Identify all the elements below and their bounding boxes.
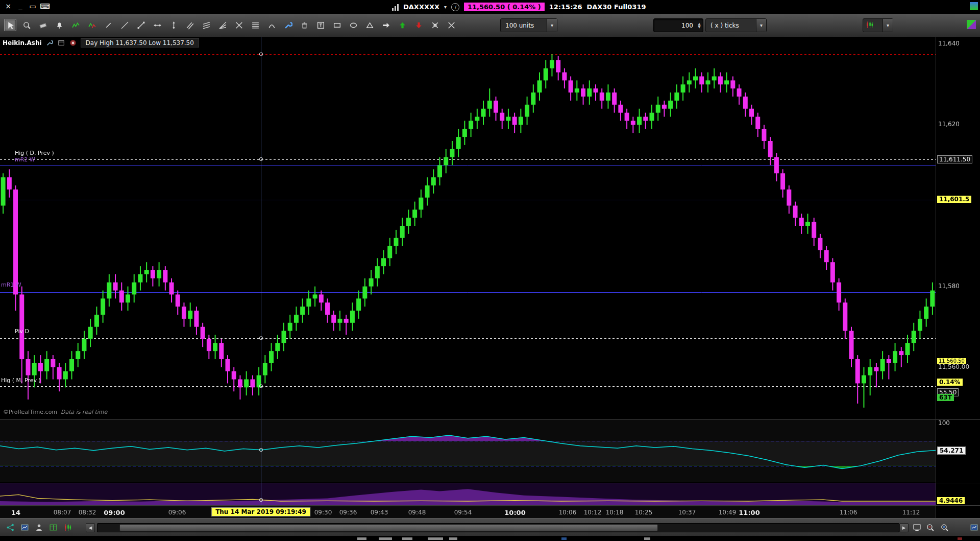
zoom-out-icon[interactable] <box>925 522 935 532</box>
time-label: 11:06 <box>840 509 857 516</box>
pane-separator[interactable] <box>0 419 980 420</box>
maximize-button[interactable]: ▭ <box>28 2 38 10</box>
axis-label: 11,560.00 <box>938 363 969 370</box>
axis-label: 11,620 <box>938 121 960 128</box>
time-label: 10:00 <box>504 509 525 516</box>
candlestick-type-icon <box>863 20 883 31</box>
drawing-toolbar: 100 units ▾ 100 ▲ ▼ ( x ) ticks ▾ ▾ <box>0 14 980 37</box>
ellipse-tool[interactable] <box>347 19 359 31</box>
taskbar-fragment <box>561 537 567 540</box>
triangle-tool[interactable] <box>363 19 376 31</box>
time-label: 09:48 <box>408 509 426 516</box>
units-dropdown[interactable]: 100 units ▾ <box>500 18 557 32</box>
sell-arrow-tool[interactable] <box>412 19 425 31</box>
chart-window-icon[interactable] <box>19 522 30 532</box>
scroll-left-arrow[interactable]: ◀ <box>86 523 95 532</box>
axis-label: 11,640 <box>938 40 960 47</box>
tick-count-value[interactable]: 100 <box>654 22 696 29</box>
pointer-sync-tool[interactable] <box>445 19 457 31</box>
taskbar-fragment <box>402 537 412 540</box>
chart-scrollbar[interactable] <box>97 523 899 532</box>
time-label: 10:12 <box>584 509 602 516</box>
keyboard-button[interactable]: ⌨ <box>40 2 50 10</box>
taskbar-fragment <box>644 537 650 540</box>
minimize-button[interactable]: _ <box>15 2 26 10</box>
tick-unit-label: ( x ) ticks <box>706 22 756 29</box>
zoom-in-icon[interactable] <box>939 522 949 532</box>
fan-lines-tool[interactable] <box>216 19 229 31</box>
instrument-name[interactable]: DAXXXXX <box>403 3 439 11</box>
axis-label: 11,601.5 <box>937 196 971 203</box>
trendline-tool[interactable] <box>118 19 131 31</box>
panel-icon[interactable] <box>969 522 979 532</box>
tick-count-input[interactable]: 100 ▲ ▼ <box>653 18 703 32</box>
rectangle-tool[interactable] <box>331 19 343 31</box>
units-dropdown-caret[interactable]: ▾ <box>547 19 557 32</box>
pane-separator[interactable] <box>0 483 980 483</box>
short-line-tool[interactable] <box>102 19 114 31</box>
scroll-right-arrow[interactable]: ▶ <box>899 523 909 532</box>
contacts-icon[interactable] <box>34 522 44 532</box>
scrollbar-thumb[interactable] <box>119 524 658 531</box>
crosshair-date-label: Thu 14 Mar 2019 09:19:49 <box>211 507 310 516</box>
arc-tool[interactable] <box>265 19 278 31</box>
stepper-down-icon[interactable]: ▼ <box>698 26 700 29</box>
time-label: 11:12 <box>902 509 920 516</box>
mini-candles-icon[interactable] <box>62 522 72 532</box>
parallel-lines-tool[interactable] <box>200 19 212 31</box>
time-label: 09:00 <box>104 509 125 516</box>
zoom-tool[interactable] <box>20 19 33 31</box>
chart-type-caret[interactable]: ▾ <box>883 19 893 32</box>
chart-type-dropdown[interactable]: ▾ <box>863 18 893 32</box>
share-icon[interactable] <box>5 522 15 532</box>
arrow-tool[interactable] <box>380 19 392 31</box>
buy-arrow-tool[interactable] <box>396 19 408 31</box>
screen-icon[interactable] <box>912 522 922 532</box>
bottom-toolbar: ◀ ▶ <box>0 518 980 541</box>
axis-label: 11,580 <box>938 283 960 290</box>
taskbar-fragment <box>379 537 392 540</box>
taskbar-fragment <box>958 537 962 540</box>
zigzag-indicator-tool[interactable] <box>69 19 82 31</box>
fibonacci-tool[interactable] <box>249 19 261 31</box>
zigzag2-indicator-tool[interactable] <box>86 19 98 31</box>
time-label: 10:18 <box>606 509 624 516</box>
time-axis[interactable]: Thu 14 Mar 2019 09:19:49 1408:0708:3209:… <box>0 506 936 519</box>
channel-tool[interactable] <box>184 19 196 31</box>
cursor-tool[interactable] <box>4 19 16 31</box>
info-icon[interactable]: i <box>451 3 459 11</box>
time-label: 09:30 <box>314 509 332 516</box>
segment-tool[interactable] <box>135 19 147 31</box>
axis-label: 63T <box>937 394 954 401</box>
measure-tool[interactable] <box>429 19 441 31</box>
titlebar-right-icon[interactable] <box>970 2 978 10</box>
time-label: 09:06 <box>168 509 186 516</box>
time-label: 11:00 <box>739 509 760 516</box>
crossed-lines-tool[interactable] <box>233 19 245 31</box>
tick-unit-caret[interactable]: ▾ <box>756 19 766 32</box>
close-button[interactable]: × <box>3 2 13 10</box>
units-dropdown-label: 100 units <box>501 22 547 29</box>
time-label: 10:49 <box>719 509 737 516</box>
alerts-tool[interactable] <box>53 19 65 31</box>
time-label: 10:37 <box>678 509 696 516</box>
drawing-settings-tool[interactable] <box>282 19 294 31</box>
signal-icon <box>392 4 399 11</box>
chart-region: Heikin.Ashi Day High 11,637.50 Low 11,53… <box>0 37 980 518</box>
taskbar-strip <box>0 536 980 541</box>
tick-count-stepper[interactable]: ▲ ▼ <box>696 22 703 29</box>
table-icon[interactable] <box>48 522 58 532</box>
chart-canvas[interactable] <box>0 37 936 518</box>
time-label: 09:43 <box>371 509 388 516</box>
contract-name: DAX30 Full0319 <box>586 3 646 11</box>
horizontal-line-tool[interactable] <box>151 19 163 31</box>
delete-tool[interactable] <box>298 19 310 31</box>
toolbar-right-icon[interactable] <box>967 20 976 29</box>
text-tool[interactable] <box>314 19 327 31</box>
tick-unit-dropdown[interactable]: ( x ) ticks ▾ <box>705 18 767 32</box>
vertical-line-tool[interactable] <box>167 19 180 31</box>
time-label: 09:36 <box>339 509 357 516</box>
instrument-dropdown-caret[interactable]: ▾ <box>444 4 447 10</box>
eraser-tool[interactable] <box>37 19 49 31</box>
price-axis[interactable]: 11,64011,62011,611.5011,601.511,58011,56… <box>936 37 980 518</box>
